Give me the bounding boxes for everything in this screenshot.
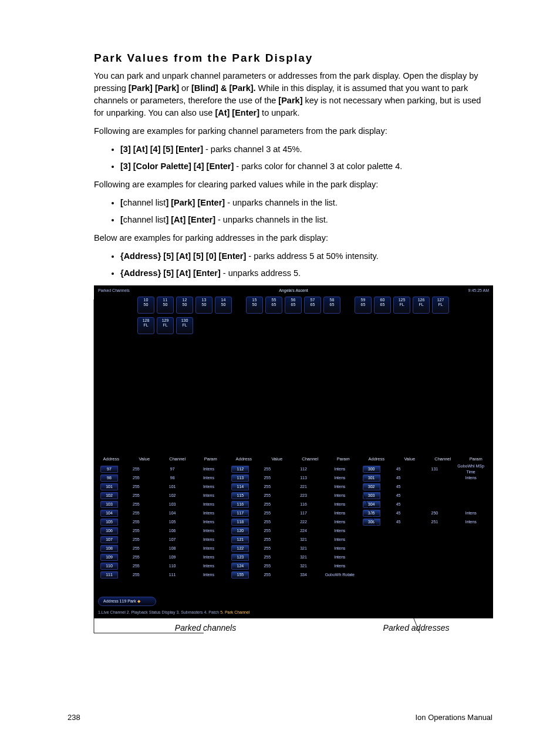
value-cell: 255 <box>118 537 154 543</box>
bottom-tabs[interactable]: 1.Live Channel 2. Playback Status Displa… <box>98 610 249 615</box>
table-row: 113255113Intens <box>229 474 357 483</box>
table-row: 115255223Intens <box>229 492 357 500</box>
channel-cell: 117 <box>285 510 322 516</box>
channel-cell: 102 <box>154 493 191 499</box>
address-column-2: 112255112Intens113255113Intens114255221I… <box>229 465 357 594</box>
address-cell[interactable]: 103 <box>100 501 118 508</box>
address-cell[interactable]: 111 <box>100 571 118 578</box>
value-cell: 255 <box>118 546 154 551</box>
address-cell[interactable]: 118 <box>231 519 249 526</box>
value-cell: 45 <box>380 519 417 525</box>
address-cell[interactable]: 115 <box>231 492 249 499</box>
channel-tile[interactable]: 1150 <box>157 297 174 314</box>
text: channel list <box>123 215 166 224</box>
channel-tile[interactable]: 6065 <box>374 297 391 314</box>
key-sequence: [Park] [Park] <box>129 83 179 93</box>
address-cell[interactable]: 113 <box>231 475 249 482</box>
command-line[interactable]: Address 119 Park ◆ <box>98 597 156 606</box>
value-cell: 255 <box>249 563 285 569</box>
channel-tile[interactable]: 1250 <box>176 297 193 314</box>
address-cell[interactable]: 114 <box>231 483 249 490</box>
value-cell: 255 <box>118 510 154 516</box>
table-row: 109255109Intens <box>98 553 227 562</box>
channel-tile[interactable]: 5665 <box>285 297 302 314</box>
table-row: 116255116Intens <box>229 500 357 509</box>
callout-label-left: Parked channels <box>94 622 305 634</box>
channel-tile[interactable]: 126FL <box>413 297 430 314</box>
table-row: 104255104Intens <box>98 509 227 518</box>
value-cell: 255 <box>118 466 154 472</box>
address-cell[interactable]: 124 <box>231 563 249 570</box>
channel-cell: 250 <box>416 510 453 516</box>
channel-tile[interactable]: 130FL <box>176 317 193 334</box>
channel-tile[interactable]: 1450 <box>215 297 232 314</box>
channel-tile[interactable]: 125FL <box>393 297 410 314</box>
address-cell[interactable]: 303 <box>363 492 380 499</box>
address-cell[interactable]: 116 <box>231 501 249 508</box>
key-sequence: [3] [At] [4] [5] [Enter] <box>120 144 203 154</box>
address-cell[interactable]: 305 <box>363 510 380 517</box>
table-row: 120255224Intens <box>229 527 357 536</box>
address-cell[interactable]: 105 <box>100 519 118 526</box>
value-cell: 255 <box>249 484 285 490</box>
address-cell[interactable]: 120 <box>231 527 249 534</box>
text: to unpark. <box>259 108 300 117</box>
value-cell: 255 <box>249 528 285 534</box>
address-cell[interactable]: 102 <box>100 492 118 499</box>
channel-tile[interactable]: 5865 <box>323 297 340 314</box>
key-sequence: {Address} [5] [At] [Enter] <box>120 268 221 278</box>
table-header: Value <box>128 456 161 463</box>
address-cell[interactable]: 110 <box>100 563 118 570</box>
channel-cell: 109 <box>154 554 191 560</box>
table-row: 105255105Intens <box>98 518 227 527</box>
text: - unparks channels in the list. <box>225 198 338 207</box>
channel-tile[interactable]: 1550 <box>246 297 263 314</box>
table-row: 117255117Intens <box>229 509 357 518</box>
address-cell[interactable]: 106 <box>100 527 118 534</box>
address-cell[interactable]: 107 <box>100 536 118 543</box>
address-cell[interactable]: 117 <box>231 510 249 517</box>
address-cell[interactable]: 121 <box>231 536 249 543</box>
channel-cell: 321 <box>285 563 322 569</box>
param-cell: Intens <box>322 537 358 543</box>
channel-tile[interactable]: 127FL <box>432 297 449 314</box>
address-cell[interactable]: 98 <box>100 475 118 482</box>
address-cell[interactable]: 112 <box>231 466 249 473</box>
channel-tile[interactable]: 5965 <box>355 297 372 314</box>
channel-tile[interactable]: 129FL <box>157 317 174 334</box>
address-cell[interactable]: 300 <box>363 466 380 473</box>
key-sequence: {Address} [5] [At] [5] [0] [Enter] <box>120 251 246 261</box>
table-row: 111255111Intens <box>98 571 227 580</box>
address-cell[interactable]: 122 <box>231 545 249 552</box>
address-cell[interactable]: 101 <box>100 483 118 490</box>
paragraph: You can park and unpark channel paramete… <box>94 70 492 119</box>
channel-tile[interactable]: 1050 <box>137 297 154 314</box>
param-cell: Intens <box>191 572 227 578</box>
param-cell: Intens <box>191 563 227 569</box>
channel-tile[interactable]: 128FL <box>137 317 154 334</box>
value-cell: 255 <box>249 519 285 525</box>
address-cell[interactable]: 104 <box>100 510 118 517</box>
address-cell[interactable]: 302 <box>363 483 380 490</box>
channel-tile[interactable]: 5565 <box>265 297 282 314</box>
value-cell: 255 <box>249 475 285 481</box>
address-cell[interactable]: 304 <box>363 501 380 508</box>
address-cell[interactable]: 155 <box>231 571 249 578</box>
manual-title: Ion Operations Manual <box>415 712 492 724</box>
text: or <box>179 83 191 93</box>
address-cell[interactable]: 109 <box>100 554 118 561</box>
channel-cell: 113 <box>285 475 322 481</box>
address-cell[interactable]: 108 <box>100 545 118 552</box>
address-cell[interactable]: 123 <box>231 554 249 561</box>
list-item: {Address} [5] [At] [5] [0] [Enter] - par… <box>120 250 492 263</box>
param-cell: Intens <box>191 554 227 560</box>
table-row: 124255321Intens <box>229 562 357 571</box>
channel-tile[interactable]: 5765 <box>304 297 321 314</box>
channel-cell: 221 <box>285 484 322 490</box>
address-cell[interactable]: 97 <box>100 466 118 473</box>
address-cell[interactable]: 306 <box>363 519 380 526</box>
channel-tile[interactable]: 1350 <box>195 297 212 314</box>
table-row: 121255321Intens <box>229 536 357 544</box>
park-display-screenshot: Parked Channels 9:45:25 AM Angela's Asce… <box>94 285 493 618</box>
address-cell[interactable]: 301 <box>363 475 380 482</box>
